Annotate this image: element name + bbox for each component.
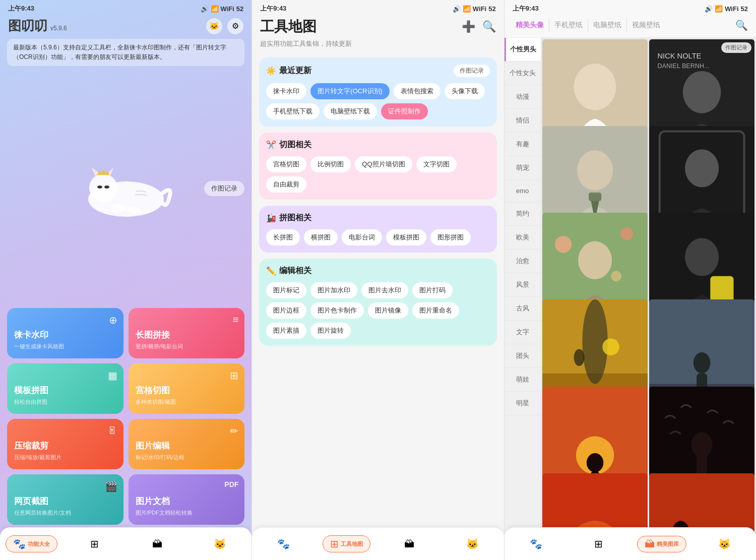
tag-rename[interactable]: 图片重命名 <box>412 302 459 319</box>
sidebar-ancient[interactable]: 古风 <box>505 297 541 321</box>
tab-pc-wp[interactable]: 电脑壁纸 <box>588 19 627 32</box>
nav-profile-1[interactable]: 🐱 <box>188 538 251 550</box>
tag-qq-cut[interactable]: QQ照片墙切图 <box>355 156 412 172</box>
status-icons-3: 🔊📶WiFi52 <box>705 5 748 13</box>
sidebar-healing[interactable]: 治愈 <box>505 250 541 273</box>
nav-home[interactable]: 🐾 功能大全 <box>0 535 63 552</box>
record-button-1[interactable]: 作图记录 <box>204 181 244 196</box>
sidebar-western[interactable]: 欧美 <box>505 226 541 250</box>
nav-home-2-icon: 🐾 <box>277 538 290 550</box>
tag-grid-cut[interactable]: 宫格切图 <box>266 156 306 172</box>
card-template[interactable]: ▦ 模板拼图 轻松自由拼图 <box>7 363 123 414</box>
tag-avatar-dl[interactable]: 头像下载 <box>445 83 485 99</box>
recent-tags: 徕卡水印 图片转文字(OCR识别) 表情包搜索 头像下载 手机壁纸下载 电脑壁纸… <box>266 83 489 119</box>
nav-gallery-1[interactable]: 🏔 <box>126 538 189 550</box>
nav-home-3[interactable]: 🐾 <box>505 538 568 550</box>
sidebar-group[interactable]: 团头 <box>505 344 541 368</box>
card-edit[interactable]: ✏ 图片编辑 标记/水印/打码/边框 <box>129 419 245 469</box>
nav-gallery-3-label: 精美图库 <box>657 540 679 548</box>
nav-profile-2[interactable]: 🐱 <box>441 538 504 550</box>
tag-phone-wp[interactable]: 手机壁纸下载 <box>266 103 320 119</box>
add-icon[interactable]: ➕ <box>462 20 475 33</box>
cut-tags: 宫格切图 比例切图 QQ照片墙切图 文字切图 自由裁剪 <box>266 156 489 193</box>
sidebar-emo[interactable]: emo <box>505 180 541 202</box>
tag-sketch[interactable]: 图片素描 <box>266 323 306 339</box>
sidebar-female[interactable]: 个性女头 <box>505 61 541 85</box>
nav-tools-2[interactable]: ⊞ 工具地图 <box>315 535 378 552</box>
card-grid[interactable]: ⊞ 宫格切图 多种类切图/藏图 <box>129 363 245 414</box>
tag-free-crop[interactable]: 自由裁剪 <box>266 176 306 193</box>
tag-pc-wp[interactable]: 电脑壁纸下载 <box>324 103 377 119</box>
collage-tags: 长拼图 横拼图 电影台词 模板拼图 图形拼图 <box>266 229 489 245</box>
svg-point-36 <box>582 299 607 384</box>
tag-movie[interactable]: 电影台词 <box>342 229 382 245</box>
nav-tools-3-icon: ⊞ <box>594 538 603 550</box>
tag-emoji[interactable]: 表情包搜索 <box>394 83 440 99</box>
nav-home-pill[interactable]: 🐾 功能大全 <box>6 535 57 552</box>
sidebar-male[interactable]: 个性男头 <box>505 38 541 61</box>
tag-add-wm[interactable]: 图片加水印 <box>310 282 357 298</box>
nav-tools-2-icon: ⊞ <box>330 538 339 550</box>
tag-rotate[interactable]: 图片旋转 <box>310 323 351 339</box>
tab-avatar[interactable]: 精美头像 <box>511 19 549 32</box>
svg-point-41 <box>694 352 711 374</box>
sidebar-anime[interactable]: 动漫 <box>505 85 541 109</box>
tag-h-collage[interactable]: 横拼图 <box>304 229 338 245</box>
card-leica[interactable]: ⊕ 徕卡水印 一键生成徕卡风格图 <box>7 308 123 358</box>
sidebar-minimal[interactable]: 简约 <box>505 202 541 226</box>
card-edit-icon: ✏ <box>230 425 238 437</box>
search-icon-2[interactable]: 🔍 <box>482 20 496 33</box>
tag-id-photo[interactable]: 证件照制作 <box>381 103 428 119</box>
card-leica-sub: 一键生成徕卡风格图 <box>14 343 116 350</box>
p2-header-icons: ➕ 🔍 <box>462 20 496 33</box>
tag-long-collage[interactable]: 长拼图 <box>266 229 300 245</box>
svg-point-9 <box>97 185 102 189</box>
record-btn-2[interactable]: 作图记录 <box>454 65 490 77</box>
nav-tools-1[interactable]: ⊞ <box>63 538 126 550</box>
card-doc[interactable]: PDF 图片文档 图片/PDF文档轻松转换 <box>129 474 245 525</box>
tag-template-collage[interactable]: 模板拼图 <box>386 229 426 245</box>
sidebar-text[interactable]: 文字 <box>505 321 541 344</box>
sidebar-couple[interactable]: 情侣 <box>505 109 541 133</box>
nav-tools-2-pill[interactable]: ⊞ 工具地图 <box>323 535 370 552</box>
search-icon-3[interactable]: 🔍 <box>733 17 750 33</box>
tag-ratio-cut[interactable]: 比例切图 <box>310 156 351 172</box>
nav-gallery-3[interactable]: 🏔 精美图库 <box>630 536 693 552</box>
tag-leica[interactable]: 徕卡水印 <box>266 83 306 99</box>
nav-profile-3[interactable]: 🐱 <box>693 538 756 550</box>
tag-mark[interactable]: 图片标记 <box>266 282 306 298</box>
bottom-nav-2: 🐾 ⊞ 工具地图 🏔 🐱 <box>252 527 503 560</box>
nav-tools-3[interactable]: ⊞ <box>567 538 630 550</box>
card-compress-icon: 🎚 <box>107 425 117 437</box>
sidebar-scenery[interactable]: 风景 <box>505 273 541 297</box>
tag-text-cut[interactable]: 文字切图 <box>416 156 457 172</box>
card-longphoto[interactable]: ≡ 长图拼接 竖拼/横拼/电影台词 <box>129 308 245 358</box>
svg-point-21 <box>577 150 613 191</box>
tag-shape-collage[interactable]: 图形拼图 <box>430 229 471 245</box>
card-screenshot-title: 网页截图 <box>14 495 116 507</box>
svg-point-27 <box>555 236 572 253</box>
tab-phone-wp[interactable]: 手机壁纸 <box>549 19 588 32</box>
tag-qr[interactable]: 图片打码 <box>412 282 453 298</box>
tab-video-wp[interactable]: 视频壁纸 <box>627 19 665 32</box>
tag-border[interactable]: 图片边框 <box>266 302 306 319</box>
card-compress-title: 压缩裁剪 <box>14 440 116 452</box>
sidebar-star[interactable]: 明星 <box>505 392 541 415</box>
nav-gallery-3-pill[interactable]: 🏔 精美图库 <box>637 536 686 552</box>
card-compress[interactable]: 🎚 压缩裁剪 压缩/缩放/裁剪图片 <box>7 419 123 469</box>
nav-gallery-2[interactable]: 🏔 <box>378 538 441 550</box>
nav-gallery-1-icon: 🏔 <box>152 538 162 550</box>
tag-remove-wm[interactable]: 图片去水印 <box>361 282 408 298</box>
tag-ocr[interactable]: 图片转文字(OCR识别) <box>310 83 390 99</box>
card-grid-icon: ⊞ <box>230 369 238 382</box>
sidebar-funny[interactable]: 有趣 <box>505 133 541 156</box>
tag-mirror[interactable]: 图片镜像 <box>368 302 408 319</box>
settings-icon[interactable]: ⚙ <box>227 18 243 34</box>
avatar-icon[interactable]: 🐱 <box>206 18 222 34</box>
sidebar-pet[interactable]: 萌宠 <box>505 156 541 180</box>
card-screenshot[interactable]: 🎬 网页截图 任意网页转换图片/文档 <box>7 474 123 525</box>
nav-home-2[interactable]: 🐾 <box>252 538 315 550</box>
sidebar-baby[interactable]: 萌娃 <box>505 368 541 392</box>
card-longphoto-sub: 竖拼/横拼/电影台词 <box>136 343 238 350</box>
tag-palette[interactable]: 图片色卡制作 <box>310 302 364 319</box>
